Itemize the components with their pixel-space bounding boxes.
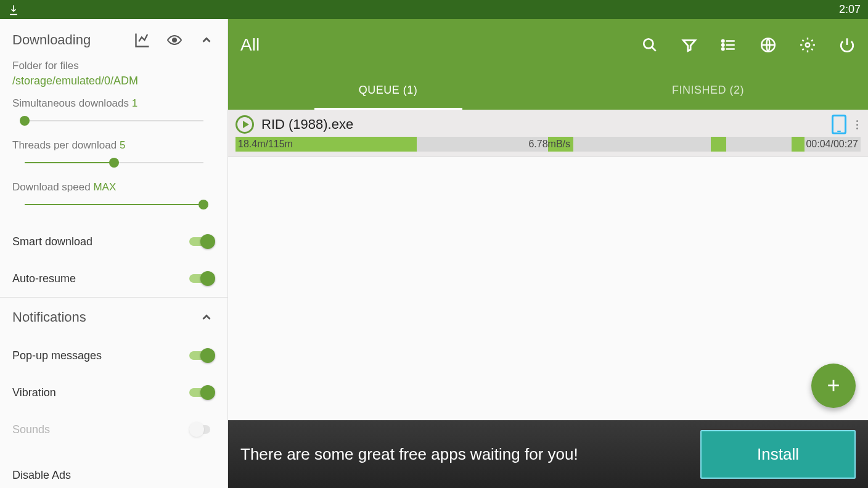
folder-path[interactable]: /storage/emulated/0/ADM: [12, 75, 215, 87]
page-title: All: [240, 35, 260, 55]
download-time-text: 00:04/00:27: [803, 139, 861, 150]
ad-text: There are some great free apps waiting f…: [240, 445, 688, 464]
vibration-row[interactable]: Vibration: [12, 374, 215, 411]
sounds-toggle[interactable]: [189, 422, 215, 437]
tab-finished[interactable]: FINISHED (2): [548, 70, 868, 110]
filter-icon[interactable]: [681, 36, 698, 54]
ad-banner: There are some great free apps waiting f…: [228, 420, 868, 488]
chevron-up-icon[interactable]: [198, 309, 215, 326]
download-progress-text: 18.4m/115m: [235, 139, 295, 150]
downloading-title: Downloading: [12, 32, 91, 48]
more-icon[interactable]: [854, 120, 861, 129]
power-icon[interactable]: [838, 36, 856, 54]
download-item[interactable]: RID (1988).exe 18.4m/115m 6.78mB/s 00:04…: [228, 110, 868, 157]
status-time: 2:07: [839, 3, 861, 16]
threads-per-download-control[interactable]: Threads per download 5: [12, 139, 215, 169]
smart-download-toggle[interactable]: [189, 234, 215, 249]
plus-icon: +: [827, 373, 840, 399]
svg-point-6: [806, 43, 810, 47]
download-speed-text: 6.78mB/s: [295, 139, 804, 150]
chart-icon[interactable]: [134, 31, 151, 49]
notifications-section-header[interactable]: Notifications: [12, 309, 215, 326]
download-status-icon: [7, 4, 20, 16]
svg-point-0: [173, 38, 176, 42]
add-button[interactable]: +: [811, 364, 856, 408]
chevron-up-icon[interactable]: [198, 31, 215, 49]
vibration-toggle[interactable]: [189, 385, 215, 400]
speed-slider[interactable]: [25, 198, 203, 211]
simultaneous-downloads-slider[interactable]: [25, 115, 203, 127]
gear-icon[interactable]: [799, 36, 816, 54]
popup-messages-row[interactable]: Pop-up messages: [12, 337, 215, 374]
eye-icon[interactable]: [166, 31, 183, 49]
svg-point-1: [644, 39, 653, 48]
smart-download-row[interactable]: Smart download: [12, 223, 215, 260]
threads-slider[interactable]: [25, 157, 203, 169]
status-bar: 2:07: [0, 0, 868, 19]
svg-point-4: [722, 47, 724, 49]
disable-ads-row[interactable]: Disable Ads: [12, 469, 215, 482]
download-speed-control[interactable]: Download speed MAX: [12, 181, 215, 211]
popup-messages-toggle[interactable]: [189, 348, 215, 363]
main-panel: All QUEUE (1) FINISHED (2) RID (1988).ex…: [228, 19, 868, 488]
svg-point-3: [722, 44, 724, 46]
download-progress-bar: 18.4m/115m 6.78mB/s 00:04/00:27: [235, 137, 861, 152]
sounds-row[interactable]: Sounds: [12, 411, 215, 448]
device-icon: [832, 115, 846, 134]
svg-point-2: [722, 39, 724, 41]
search-icon[interactable]: [641, 36, 658, 54]
auto-resume-toggle[interactable]: [189, 271, 215, 286]
divider: [0, 297, 227, 298]
auto-resume-row[interactable]: Auto-resume: [12, 260, 215, 297]
tab-queue[interactable]: QUEUE (1): [228, 70, 548, 110]
app-bar: All: [228, 19, 868, 70]
sidebar: Downloading Folder for files /storage/em…: [0, 19, 228, 488]
simultaneous-downloads-control[interactable]: Simultaneous downloads 1: [12, 97, 215, 127]
download-list: RID (1988).exe 18.4m/115m 6.78mB/s 00:04…: [228, 110, 868, 488]
download-filename: RID (1988).exe: [261, 116, 824, 132]
downloading-section-header[interactable]: Downloading: [12, 31, 215, 49]
list-icon[interactable]: [720, 36, 737, 54]
play-icon[interactable]: [235, 115, 254, 134]
tabs: QUEUE (1) FINISHED (2): [228, 70, 868, 110]
notifications-title: Notifications: [12, 309, 86, 325]
folder-label: Folder for files: [12, 60, 215, 72]
install-button[interactable]: Install: [700, 430, 856, 479]
globe-icon[interactable]: [760, 36, 777, 54]
